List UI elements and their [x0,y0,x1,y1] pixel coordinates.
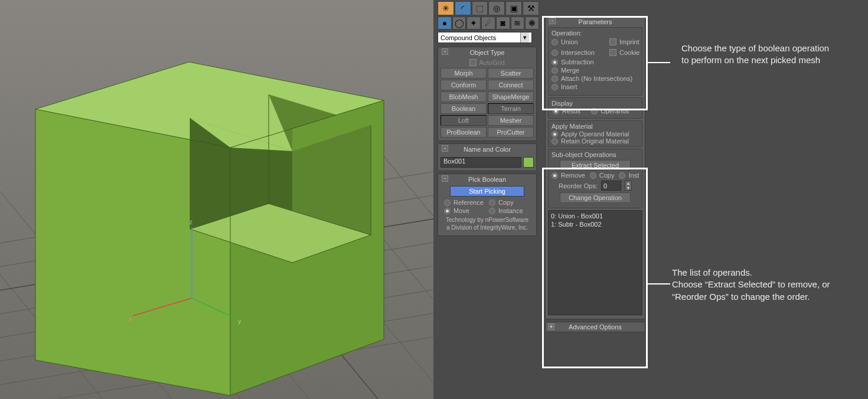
hammer-icon: ⚒ [527,4,535,13]
object-name-input[interactable]: Box001 [440,157,521,168]
group-legend: Apply Material [552,123,639,130]
object-type-button[interactable]: Loft [440,115,487,126]
camera-icon: ☄ [485,18,492,28]
rollout-name-color: -Name and Color Box001 [438,143,537,171]
display-tab[interactable]: ▣ [505,1,522,15]
callout-bracket-top [542,16,648,110]
arc-icon: ◜ [461,4,464,13]
instance-radio[interactable] [489,208,495,214]
svg-text:z: z [190,219,192,225]
helpers-subtab[interactable]: ◙ [496,17,510,30]
gear-icon: ❋ [528,18,536,28]
rollout-title-label: Object Type [470,49,505,56]
create-tab[interactable]: ✳ [438,1,454,15]
color-swatch[interactable] [523,157,534,168]
callout-connector [648,62,670,63]
object-type-button[interactable]: Scatter [488,68,534,79]
cameras-subtab[interactable]: ☄ [481,17,495,30]
callout-text-top: Choose the type of boolean operation to … [681,42,835,67]
autogrid-checkbox [469,59,477,66]
shapes-subtab[interactable]: ◯ [452,17,466,30]
retain-original-material-radio[interactable] [552,138,558,145]
modify-tab[interactable]: ◜ [455,1,471,15]
systems-subtab[interactable]: ❋ [525,17,539,30]
sun-icon: ✳ [442,4,449,13]
create-subtabs: ● ◯ ✦ ☄ ◙ ≋ ❋ [438,17,539,30]
spacewarps-subtab[interactable]: ≋ [511,17,525,30]
utilities-tab[interactable]: ⚒ [523,1,539,15]
collapse-icon[interactable]: - [442,48,448,55]
hierarchy-icon: ⬚ [476,4,484,13]
reference-radio[interactable] [444,200,451,206]
apply-operand-material-radio[interactable] [552,131,558,138]
callout-connector [648,283,670,284]
sphere-icon: ● [442,18,447,28]
autogrid-label: AutoGrid [479,59,504,66]
dropdown-value: Compound Objects [440,34,496,41]
svg-text:y: y [238,318,241,325]
object-type-button[interactable]: ProBoolean [440,127,487,138]
light-icon: ✦ [470,18,477,28]
command-panel-tabs: ✳ ◜ ⬚ ◎ ▣ ⚒ [438,1,539,15]
motion-icon: ◎ [493,4,500,13]
shapes-icon: ◯ [455,18,464,28]
object-type-button[interactable]: Conform [440,80,487,90]
object-type-button[interactable]: Boolean [440,103,487,114]
move-radio[interactable] [444,208,451,214]
object-type-button[interactable]: ShapeMerge [488,91,534,102]
helper-icon: ◙ [501,18,505,28]
collapse-icon[interactable]: - [442,145,448,152]
object-type-button[interactable]: Morph [440,68,487,79]
viewport-3d[interactable]: z x y [0,0,433,399]
command-panels: ✳ ◜ ⬚ ◎ ▣ ⚒ ● ◯ ✦ ☄ ◙ ≋ ❋ Compound Objec… [433,0,868,399]
rollout-pick-boolean: -Pick Boolean Start Picking Reference Co… [438,174,537,236]
chevron-down-icon: ▾ [520,32,529,42]
callout-bracket-bottom [542,168,648,368]
rollout-object-type: -Object Type AutoGrid Morph Scatter Conf… [438,47,537,141]
object-type-button[interactable]: BlobMesh [440,91,487,102]
collapse-icon[interactable]: - [442,175,448,182]
object-type-button[interactable]: Connect [488,80,534,90]
display-icon: ▣ [510,4,518,13]
svg-text:x: x [129,316,132,322]
motion-tab[interactable]: ◎ [488,1,505,15]
object-type-button[interactable]: Mesher [488,115,534,126]
rollout-title-label: Name and Color [464,146,511,153]
hierarchy-tab[interactable]: ⬚ [472,1,488,15]
lights-subtab[interactable]: ✦ [466,17,481,30]
wave-icon: ≋ [514,18,521,28]
copy-radio[interactable] [489,200,495,206]
group-legend: Sub-object Operations [552,151,639,158]
object-type-button[interactable]: Terrain [488,103,534,114]
group-apply-material: Apply Material Apply Operand Material Re… [548,120,642,147]
geometry-subtab[interactable]: ● [438,17,452,30]
category-dropdown[interactable]: Compound Objects ▾ [438,32,532,43]
callout-text-bottom: The list of operands. Choose “Extract Se… [672,267,849,303]
rollout-title-label: Pick Boolean [468,176,506,183]
object-type-button[interactable]: ProCutter [488,127,534,138]
tech-credit: Technology by nPowerSoftware a Division … [440,214,534,233]
start-picking-button[interactable]: Start Picking [450,186,524,197]
